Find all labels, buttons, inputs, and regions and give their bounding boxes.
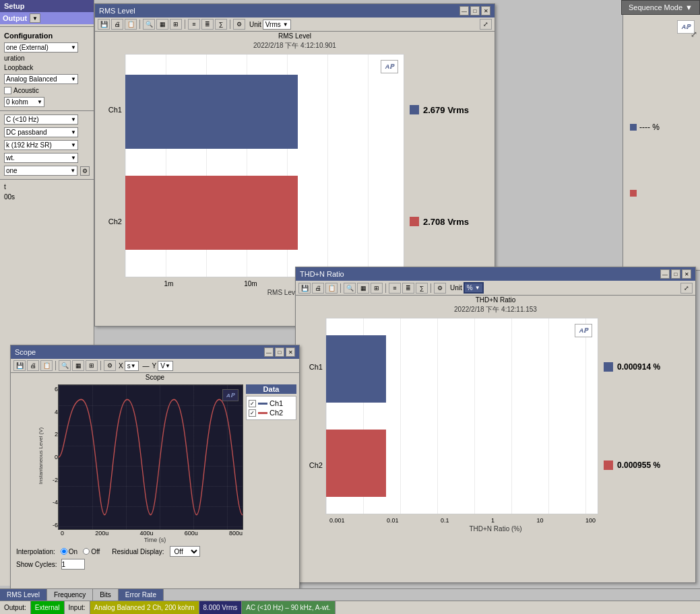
rms-settings-btn[interactable]: ⚙ [233, 19, 245, 30]
rms-print-btn[interactable]: 🖨 [111, 19, 123, 30]
acoustic-row: Acoustic [0, 86, 94, 96]
scope-residual-select[interactable]: Off Ch1 Ch2 [170, 546, 200, 557]
scope-interp-off-radio[interactable] [83, 548, 90, 555]
none-dropdown[interactable]: one ▼ [4, 166, 77, 176]
thd-maximize-btn[interactable]: □ [671, 269, 680, 279]
thd-table-btn[interactable]: ≡ [389, 283, 401, 294]
rms-titlebar: RMS Level — □ ✕ [95, 4, 495, 18]
scope-sep1 [55, 361, 56, 370]
s-value: 00s [4, 193, 15, 201]
rms-table-btn[interactable]: ≡ [188, 19, 200, 30]
analog-dropdown[interactable]: Analog Balanced ▼ [4, 74, 78, 84]
tab-freq-label: Frequency [54, 591, 86, 599]
scope-xlabel: Time (s) [11, 537, 299, 543]
scope-legend-title: Data [246, 384, 296, 394]
sequence-mode-button[interactable]: Sequence Mode ▼ [621, 0, 700, 15]
rms-grid1-btn[interactable]: ▦ [156, 19, 168, 30]
rms-values: 2.679 Vrms 2.708 Vrms [404, 54, 492, 277]
config-value: one (External) [6, 44, 49, 51]
uration-label: uration [4, 55, 25, 62]
thd-unit-arrow: ▼ [475, 285, 480, 291]
rms-close-btn[interactable]: ✕ [481, 6, 490, 15]
rms-table2-btn[interactable]: ≣ [201, 19, 214, 30]
c-dropdown[interactable]: C (<10 Hz) ▼ [4, 114, 78, 125]
statusbar-input-value: Analog Balanced 2 Ch, 200 kohm [94, 604, 195, 611]
thd-copy-btn[interactable]: 📋 [325, 283, 338, 294]
sequence-mode-label: Sequence Mode [629, 3, 682, 11]
scope-interp-off[interactable]: Off [83, 548, 100, 555]
tab-frequency[interactable]: Frequency [47, 589, 93, 601]
status-output-value: External [31, 601, 65, 614]
scope-grid2-btn[interactable]: ⊞ [86, 360, 98, 371]
none-value: one [6, 167, 18, 174]
thd-expand-btn[interactable]: ⤢ [680, 283, 693, 294]
thd-print-btn[interactable]: 🖨 [312, 283, 324, 294]
scope-save-btn[interactable]: 💾 [13, 360, 26, 371]
scope-copy-btn[interactable]: 📋 [40, 360, 53, 371]
settings-btn-sidebar[interactable]: ⚙ [80, 166, 90, 176]
scope-print-btn[interactable]: 🖨 [27, 360, 39, 371]
scope-y-dropdown[interactable]: V ▼ [158, 361, 173, 371]
thd-controls: — □ ✕ [660, 269, 691, 279]
scope-toolbar: 💾 🖨 📋 🔍 ▦ ⊞ ⚙ X s ▼ — Y V ▼ [11, 359, 299, 373]
scope-grid1-btn[interactable]: ▦ [72, 360, 84, 371]
thd-subtitle-text: THD+N Ratio [476, 296, 516, 304]
rms-copy-btn[interactable]: 📋 [125, 19, 137, 30]
thd-zoom-btn[interactable]: 🔍 [344, 283, 356, 294]
thd-titlebar: THD+N Ratio — □ ✕ [296, 267, 695, 281]
config-dropdown[interactable]: one (External) ▼ [4, 42, 78, 53]
thd-ch1-value-row: 0.000914 % [604, 362, 687, 372]
statusbar-output-value: External [35, 604, 60, 611]
rms-calc-btn[interactable]: ∑ [215, 19, 227, 30]
rms-minimize-btn[interactable]: — [459, 6, 469, 15]
thd-save-btn[interactable]: 💾 [298, 283, 311, 294]
rms-subtitle-text: RMS Level [278, 32, 311, 40]
right-ch1-value-row: ---- % [630, 123, 693, 132]
scope-minimize-btn[interactable]: — [264, 347, 274, 357]
kohm-dropdown[interactable]: 0 kohm ▼ [4, 97, 44, 107]
thd-grid2-btn[interactable]: ⊞ [371, 283, 383, 294]
rms-grid2-btn[interactable]: ⊞ [170, 19, 182, 30]
scope-y-axis-label: Instantaneous Level (V) [38, 428, 44, 485]
rms-expand-btn[interactable]: ⤢ [480, 19, 492, 30]
output-dropdown-btn[interactable]: ▼ [30, 13, 40, 23]
acoustic-checkbox[interactable] [4, 87, 11, 94]
thd-chart-area: Ch1 Ch2 Aℙ 0.000914 % [296, 315, 695, 517]
statusbar-input-label: Input: [69, 604, 86, 611]
rms-maximize-btn[interactable]: □ [470, 6, 480, 15]
thd-minimize-btn[interactable]: — [660, 269, 670, 279]
k-dropdown[interactable]: k (192 kHz SR) ▼ [4, 140, 78, 150]
thd-table2-btn[interactable]: ≣ [402, 283, 414, 294]
rms-x1: 1m [164, 280, 173, 287]
scope-x-dropdown[interactable]: s ▼ [125, 361, 139, 371]
scope-interp-on[interactable]: On [61, 548, 77, 555]
scope-cycles-input[interactable] [61, 559, 85, 570]
scope-zoom-btn[interactable]: 🔍 [59, 360, 71, 371]
k-arrow: ▼ [71, 142, 76, 148]
loopback-label: Loopback [4, 64, 33, 71]
scope-maximize-btn[interactable]: □ [275, 347, 284, 357]
output-label: Output [3, 14, 27, 22]
tab-rms-level[interactable]: RMS Level [0, 589, 47, 601]
scope-subtitle: Scope [11, 373, 299, 382]
scope-settings-btn[interactable]: ⚙ [104, 360, 116, 371]
thd-unit-dropdown[interactable]: % ▼ [464, 282, 484, 294]
rms-unit-dropdown[interactable]: Vrms ▼ [263, 20, 291, 30]
scope-legend: Data ✓ Ch1 ✓ Ch2 [246, 384, 296, 530]
rms-zoom-btn[interactable]: 🔍 [143, 19, 155, 30]
thd-close-btn[interactable]: ✕ [682, 269, 691, 279]
uration-row: uration [0, 54, 94, 63]
scope-close-btn[interactable]: ✕ [286, 347, 295, 357]
right-expand-icon[interactable]: ⤢ [691, 30, 697, 39]
dc-dropdown[interactable]: DC passband ▼ [4, 127, 78, 137]
wt-dropdown[interactable]: wt. ▼ [4, 153, 78, 163]
tab-bits[interactable]: Bits [93, 589, 119, 601]
scope-ch1-checkbox[interactable]: ✓ [249, 400, 256, 407]
tab-error-rate[interactable]: Error Rate [119, 589, 164, 601]
rms-save-btn[interactable]: 💾 [98, 19, 110, 30]
scope-ch2-checkbox[interactable]: ✓ [249, 409, 256, 417]
thd-calc-btn[interactable]: ∑ [416, 283, 428, 294]
scope-interp-on-radio[interactable] [61, 548, 67, 555]
thd-settings-btn[interactable]: ⚙ [434, 283, 446, 294]
thd-grid1-btn[interactable]: ▦ [357, 283, 369, 294]
